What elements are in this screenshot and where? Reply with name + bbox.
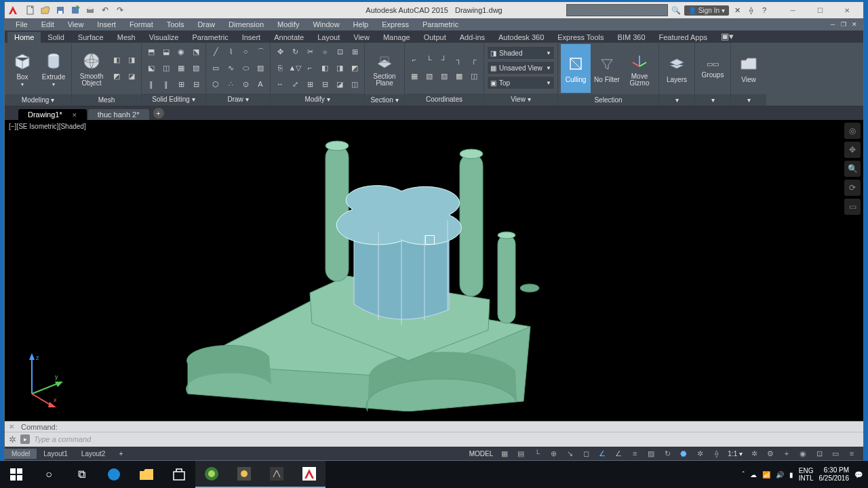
redo-icon[interactable]: ↷	[113, 4, 127, 16]
ucs-icon[interactable]: ┐	[452, 52, 466, 67]
hatch-icon[interactable]: ▨	[254, 60, 267, 75]
doc-tab-thuchanh2[interactable]: thuc hanh 2*	[88, 109, 149, 120]
ucs-icon[interactable]: ⌐	[408, 52, 421, 67]
modify-tool-icon[interactable]: ◪	[333, 77, 347, 92]
scale-icon[interactable]: ⤢	[288, 77, 302, 92]
taskbar-app-icon[interactable]	[228, 461, 260, 488]
file-explorer-icon[interactable]	[130, 461, 163, 488]
mesh-tool-icon[interactable]: ◩	[110, 69, 123, 84]
menu-view[interactable]: View	[61, 19, 91, 30]
polar-icon[interactable]: ⊕	[546, 447, 561, 460]
doc-restore-icon[interactable]: ❐	[839, 20, 848, 29]
doc-minimize-icon[interactable]: ─	[828, 20, 837, 29]
ucs-icon[interactable]: └	[422, 52, 436, 67]
tab-insert[interactable]: Insert	[235, 32, 268, 43]
cycling-icon[interactable]: ↻	[660, 447, 675, 460]
plot-icon[interactable]	[83, 4, 97, 16]
isolate-icon[interactable]: ⊡	[812, 447, 827, 460]
tab-mesh[interactable]: Mesh	[111, 32, 142, 43]
ucs-icon[interactable]: ▨	[437, 68, 451, 83]
full-nav-wheel-icon[interactable]: ◎	[844, 123, 861, 139]
panel-label-groups[interactable]: ▾	[695, 94, 730, 106]
menu-help[interactable]: Help	[347, 19, 376, 30]
move-icon[interactable]: ✥	[273, 44, 287, 59]
tab-autodesk360[interactable]: Autodesk 360	[492, 32, 551, 43]
action-center-icon[interactable]: 💬	[854, 471, 863, 479]
ucs-icon[interactable]: ▩	[452, 68, 466, 83]
signin-button[interactable]: 👤 Sign In ▾	[684, 5, 729, 16]
subtract-icon[interactable]: ⬓	[159, 44, 173, 59]
lineweight-icon[interactable]: ≡	[627, 447, 642, 460]
new-icon[interactable]	[24, 4, 37, 16]
tray-volume-icon[interactable]: 🔊	[776, 471, 784, 479]
solid-tool-icon[interactable]: ▦	[174, 60, 188, 75]
modify-tool-icon[interactable]: ⟐	[318, 44, 332, 59]
tray-language[interactable]: ENGINTL	[799, 467, 814, 482]
tab-bim360[interactable]: BIM 360	[611, 32, 652, 43]
doc-close-icon[interactable]: ✕	[850, 20, 859, 29]
menu-parametric[interactable]: Parametric	[416, 19, 465, 30]
menu-window[interactable]: Window	[306, 19, 346, 30]
draw-tool-icon[interactable]: ⊙	[239, 77, 252, 92]
annoscale-icon[interactable]: ✲	[747, 447, 762, 460]
new-doc-tab-button[interactable]: +	[153, 108, 164, 119]
panel-label-viewbtn[interactable]: ▾	[731, 94, 766, 106]
maximize-button[interactable]: ☐	[806, 3, 833, 18]
tab-parametric[interactable]: Parametric	[185, 32, 235, 43]
open-icon[interactable]	[39, 4, 52, 16]
menu-file[interactable]: File	[9, 19, 35, 30]
cortana-search-icon[interactable]: ○	[33, 461, 65, 488]
drawing-viewport[interactable]: [−][SE Isometric][Shaded]	[5, 120, 863, 421]
draw-tool-icon[interactable]: ∴	[224, 77, 237, 92]
menu-tools[interactable]: Tools	[160, 19, 191, 30]
customize-icon[interactable]: ≡	[844, 447, 859, 460]
modify-tool-icon[interactable]: ⊡	[333, 44, 347, 59]
modify-tool-icon[interactable]: ⊞	[348, 44, 361, 59]
culling-button[interactable]: Culling	[561, 44, 591, 93]
tab-visualize[interactable]: Visualize	[142, 32, 186, 43]
polyline-icon[interactable]: ⌇	[224, 44, 237, 59]
menu-modify[interactable]: Modify	[271, 19, 306, 30]
line-icon[interactable]: ╱	[209, 44, 222, 59]
solid-tool-icon[interactable]: ◫	[159, 60, 173, 75]
menu-express[interactable]: Express	[375, 19, 416, 30]
tray-chevron-icon[interactable]: ˆ	[742, 471, 744, 479]
clean-screen-icon[interactable]: ▭	[828, 447, 843, 460]
viewport-label[interactable]: [−][SE Isometric][Shaded]	[9, 123, 86, 130]
intersect-icon[interactable]: ◉	[174, 44, 188, 59]
tab-manage[interactable]: Manage	[376, 32, 417, 43]
task-view-icon[interactable]: ⧉	[65, 461, 98, 488]
ucs-icon[interactable]: ┌	[467, 52, 481, 67]
exchange-icon[interactable]: ✕	[732, 5, 743, 16]
snap-icon[interactable]: ▤	[513, 447, 528, 460]
tab-layout[interactable]: Layout	[311, 32, 347, 43]
menu-insert[interactable]: Insert	[90, 19, 123, 30]
fillet-icon[interactable]: ⌐	[303, 60, 317, 75]
undo-icon[interactable]: ↶	[98, 4, 112, 16]
groups-button[interactable]: ▭▭ Groups	[698, 44, 728, 93]
solid-tool-icon[interactable]: ‖	[159, 77, 173, 92]
app-logo[interactable]	[5, 2, 21, 18]
panel-label-draw[interactable]: Draw ▾	[206, 94, 270, 106]
solid-tool-icon[interactable]: ‖	[144, 77, 158, 92]
panel-label-section[interactable]: Section ▾	[365, 94, 404, 106]
transparency-icon[interactable]: ▨	[644, 447, 658, 460]
rotate-icon[interactable]: ↻	[288, 44, 302, 59]
menu-format[interactable]: Format	[123, 19, 160, 30]
doc-tab-drawing1[interactable]: Drawing1*✕	[18, 109, 87, 120]
minimize-button[interactable]: ─	[779, 3, 806, 18]
otrack-icon[interactable]: ∠	[611, 447, 626, 460]
panel-label-modeling[interactable]: Modeling ▾	[5, 94, 71, 106]
isodraft-icon[interactable]: ↘	[562, 447, 577, 460]
ucs-icon[interactable]: z y x	[18, 353, 66, 407]
view-button[interactable]: View	[734, 44, 764, 93]
panel-label-modify[interactable]: Modify ▾	[271, 94, 364, 106]
menu-edit[interactable]: Edit	[35, 19, 61, 30]
autodesk-icon[interactable]: ⟠	[745, 5, 756, 16]
ucs-icon[interactable]: ┘	[437, 52, 451, 67]
close-history-icon[interactable]: ✕	[9, 423, 17, 430]
3dosnap-icon[interactable]: ∠	[595, 447, 610, 460]
view-direction-dropdown[interactable]: ▣Top▼	[487, 76, 555, 89]
search-icon[interactable]: 🔍	[671, 5, 682, 16]
osnap-icon[interactable]: ◻	[578, 447, 593, 460]
